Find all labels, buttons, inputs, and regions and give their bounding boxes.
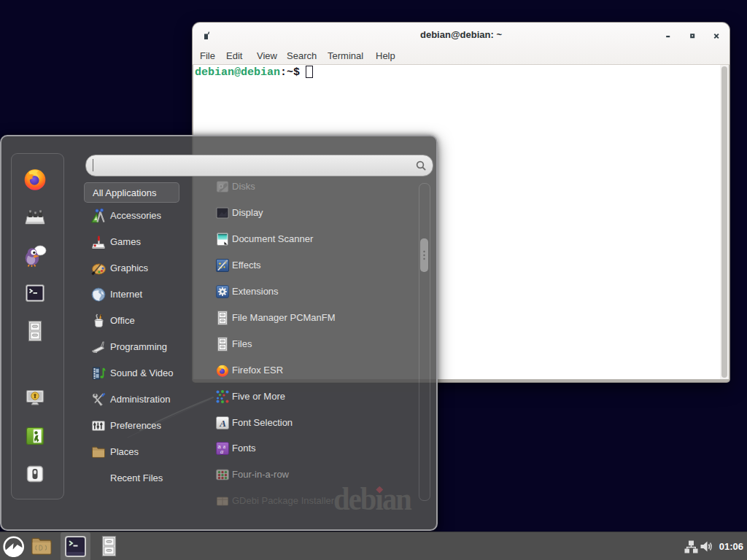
svg-text:a: a (220, 447, 223, 454)
svg-text:A: A (219, 417, 226, 428)
